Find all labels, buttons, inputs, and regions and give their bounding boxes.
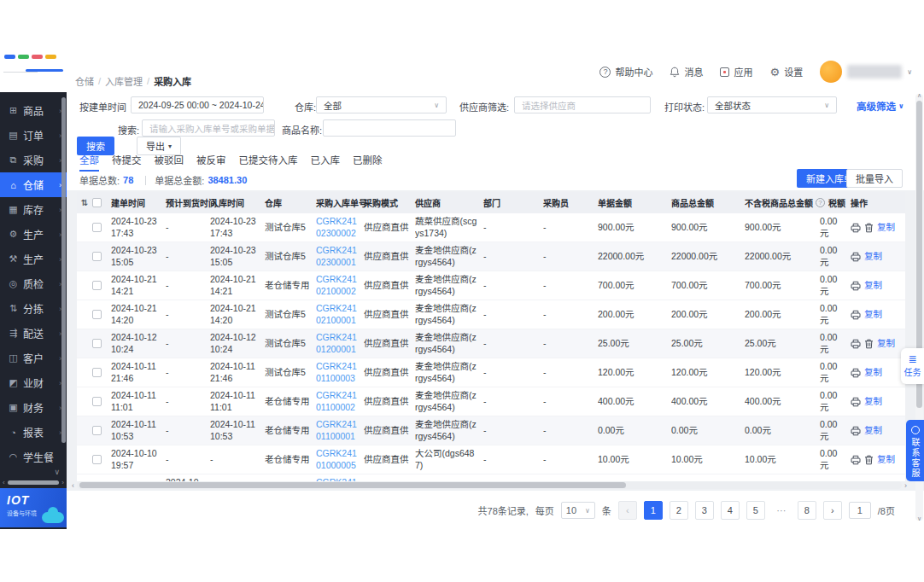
time-type-select[interactable]: 按建单时间∨ <box>79 100 135 113</box>
sidebar-more-chevron[interactable]: ∨ <box>54 468 60 476</box>
sidebar-item[interactable]: ▦ 库存 › <box>0 197 67 222</box>
print-icon[interactable] <box>851 310 861 320</box>
status-tab[interactable]: 已提交待入库 <box>239 153 298 172</box>
print-icon[interactable] <box>851 426 861 436</box>
scroll-track[interactable] <box>77 481 902 489</box>
scroll-up-icon[interactable]: ∧ <box>915 92 923 99</box>
sidebar-item[interactable]: ◔ 报表 › <box>0 420 67 445</box>
sidebar-item[interactable]: ◫ 客户 › <box>0 346 67 370</box>
batch-import-button[interactable]: 批量导入 <box>846 169 903 188</box>
breadcrumb-inbound-mgmt[interactable]: 入库管理 <box>105 74 143 88</box>
status-tab[interactable]: 被反审 <box>196 153 226 172</box>
sidebar-item[interactable]: ◎ 质检 › <box>0 271 67 296</box>
settings-link[interactable]: ⚙设置 <box>769 65 803 79</box>
product-name-input[interactable] <box>323 119 456 137</box>
select-all-checkbox[interactable] <box>92 198 102 207</box>
user-menu[interactable]: ∨ <box>820 61 912 83</box>
print-icon[interactable] <box>851 281 861 291</box>
row-checkbox[interactable] <box>92 368 102 377</box>
row-checkbox[interactable] <box>92 455 102 464</box>
status-tab[interactable]: 已入库 <box>311 153 341 172</box>
row-checkbox[interactable] <box>92 426 102 435</box>
copy-link[interactable]: 复制 <box>877 454 895 465</box>
sidebar-item[interactable]: ⧉ 采购 › <box>0 148 67 172</box>
page-number-button[interactable]: 5 <box>746 501 765 520</box>
messages-link[interactable]: 消息 <box>670 65 703 79</box>
order-no-link[interactable]: CGRK24102100001 <box>316 303 359 325</box>
table-row[interactable]: 2024-10-12 10:24 - 2024-10-12 10:24 测试仓库… <box>77 329 905 358</box>
copy-link[interactable]: 复制 <box>877 222 895 233</box>
scroll-right-icon[interactable]: › <box>61 479 64 486</box>
row-checkbox[interactable] <box>92 397 102 406</box>
status-tab[interactable]: 待提交 <box>112 153 142 172</box>
scroll-left-icon[interactable]: ‹ <box>72 481 74 490</box>
page-number-button[interactable]: 4 <box>721 501 740 520</box>
delete-icon[interactable] <box>864 339 874 349</box>
order-no-link[interactable]: CGRK24101100001 <box>316 419 359 441</box>
row-checkbox[interactable] <box>92 281 102 290</box>
copy-link[interactable]: 复制 <box>877 338 895 349</box>
sidebar-item[interactable]: ◩ 业财 › <box>0 370 67 395</box>
page-size-select[interactable]: 10∨ <box>561 502 595 519</box>
breadcrumb-warehouse[interactable]: 仓储 <box>75 74 94 88</box>
copy-link[interactable]: 复制 <box>864 396 882 407</box>
copy-link[interactable]: 复制 <box>864 280 882 291</box>
order-no-link[interactable]: CGRK24102100002 <box>316 274 359 296</box>
scroll-left-icon[interactable]: ‹ <box>3 479 5 486</box>
page-number-button[interactable]: 3 <box>695 501 714 520</box>
sidebar-item[interactable]: ⚙ 生产 › <box>0 222 67 247</box>
status-tab[interactable]: 被驳回 <box>155 153 184 172</box>
row-checkbox[interactable] <box>92 339 102 348</box>
page-number-button[interactable]: 1 <box>644 501 663 520</box>
print-icon[interactable] <box>851 455 861 465</box>
table-row[interactable]: 2024-10-11 10:53 - 2024-10-11 10:53 老仓储专… <box>77 416 905 445</box>
page-number-button[interactable]: ··· <box>772 501 791 520</box>
row-checkbox[interactable] <box>92 252 102 261</box>
iot-banner[interactable]: IOT 设备与环境 <box>0 488 67 527</box>
scroll-thumb[interactable] <box>79 482 626 488</box>
next-page-button[interactable]: › <box>823 501 842 520</box>
status-tab[interactable]: 全部 <box>79 153 99 172</box>
sidebar-item[interactable]: ⇅ 分拣 › <box>0 296 67 321</box>
page-jump-input[interactable]: 1 <box>849 502 871 519</box>
supplier-filter-input[interactable]: 请选择供应商 <box>514 96 651 113</box>
row-checkbox[interactable] <box>92 310 102 319</box>
table-row[interactable]: 2024-10-23 17:43 - 2024-10-23 17:43 测试仓库… <box>77 213 905 242</box>
table-row[interactable]: 2024-10-11 21:46 - 2024-10-11 21:46 测试仓库… <box>77 358 905 387</box>
sidebar-item[interactable]: ▣ 财务 › <box>0 395 67 420</box>
order-no-link[interactable]: CGRK24102300002 <box>316 216 359 238</box>
delete-icon[interactable] <box>864 455 874 465</box>
date-range-input[interactable]: 2024-09-25 00:00 ~ 2024-10-24 24:00 <box>131 96 264 113</box>
print-icon[interactable] <box>851 223 861 233</box>
scroll-thumb[interactable] <box>8 480 60 485</box>
sidebar-item[interactable]: ⌂ 仓储 › <box>0 172 67 197</box>
sidebar-item[interactable]: ⚒ 生产 › <box>0 247 67 271</box>
order-no-link[interactable]: CGRK24101000005 <box>316 448 359 470</box>
order-no-link[interactable]: CGRK24101100003 <box>316 361 359 383</box>
tasks-widget[interactable]: ≣ 任务 <box>901 348 924 384</box>
app-logo[interactable] <box>0 51 67 92</box>
column-settings-icon[interactable]: ⇅ <box>81 198 88 207</box>
print-icon[interactable] <box>851 397 861 407</box>
sidebar-item[interactable]: ◠ 学生餐 › <box>0 445 67 469</box>
order-no-link[interactable]: CGRK24101100002 <box>316 390 359 412</box>
page-number-button[interactable]: 8 <box>798 501 816 520</box>
copy-link[interactable]: 复制 <box>864 425 882 436</box>
sidebar-item[interactable]: ⇶ 配送 › <box>0 321 67 346</box>
status-tab[interactable]: 已删除 <box>353 153 383 172</box>
sidebar-scrollbar[interactable] <box>61 97 66 443</box>
print-icon[interactable] <box>851 252 861 262</box>
copy-link[interactable]: 复制 <box>864 367 882 378</box>
table-row[interactable]: 2024-10-23 15:05 - 2024-10-23 15:05 测试仓库… <box>77 242 905 271</box>
sidebar-item[interactable]: ▤ 订单 › <box>0 123 67 148</box>
print-icon[interactable] <box>851 339 861 349</box>
customer-service-button[interactable]: 联系客服 <box>906 420 924 481</box>
order-no-link[interactable]: CGRK24101200001 <box>316 332 359 354</box>
scroll-right-icon[interactable]: › <box>904 481 907 490</box>
apps-link[interactable]: 应用 <box>720 65 752 79</box>
sidebar-item[interactable]: ⊞ 商品 › <box>0 98 67 123</box>
table-row[interactable]: 2024-10-21 14:21 - 2024-10-21 14:21 老仓储专… <box>77 271 905 300</box>
delete-icon[interactable] <box>864 223 874 233</box>
scroll-down-icon[interactable]: ∨ <box>915 515 923 522</box>
table-row[interactable]: 2024-10-11 11:01 - 2024-10-11 11:01 老仓储专… <box>77 387 905 416</box>
